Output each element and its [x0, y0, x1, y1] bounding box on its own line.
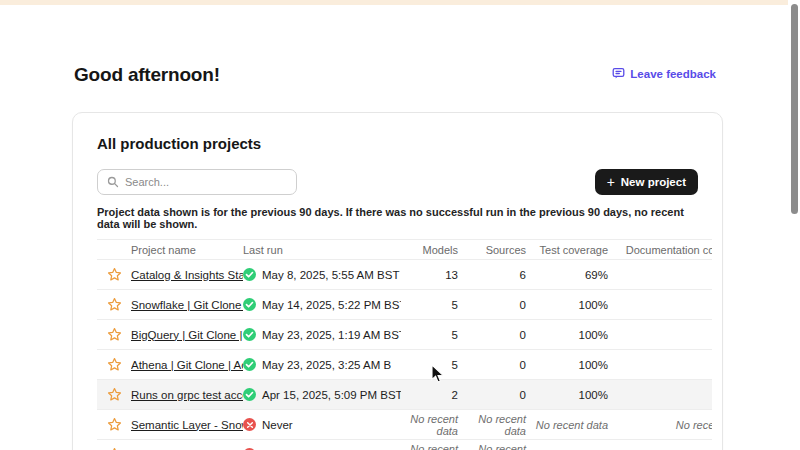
- run-status-icon: [243, 388, 256, 401]
- data-range-notice: Project data shown is for the previous 9…: [97, 206, 698, 230]
- project-name-link[interactable]: Athena | Git Clone | Acces...: [131, 359, 243, 371]
- models-value: 2: [401, 389, 458, 401]
- models-value: 5: [401, 299, 458, 311]
- favorite-star-icon[interactable]: [107, 267, 122, 282]
- column-header-models: Models: [401, 244, 458, 256]
- projects-table: Project name Last run Models Sources Tes…: [97, 239, 712, 450]
- table-row[interactable]: Athena | Git Clone | Acces... May 23, 20…: [97, 350, 712, 380]
- page-title: Good afternoon!: [74, 64, 220, 86]
- table-row[interactable]: Snowflake | Git Clone | Use... May 14, 2…: [97, 290, 712, 320]
- sources-value: No recent data: [458, 413, 526, 437]
- models-value: No recent data: [401, 443, 458, 450]
- project-name-link[interactable]: Semantic Layer - Snowflake: [131, 419, 243, 431]
- sources-value: 6: [458, 269, 526, 281]
- models-value: 5: [401, 359, 458, 371]
- table-header-row: Project name Last run Models Sources Tes…: [97, 239, 712, 260]
- test-coverage-value: 100%: [526, 389, 608, 401]
- sources-value: 0: [458, 389, 526, 401]
- models-value: 13: [401, 269, 458, 281]
- run-status-icon: [243, 268, 256, 281]
- column-header-project-name: Project name: [131, 244, 243, 256]
- leave-feedback-link[interactable]: Leave feedback: [612, 67, 716, 80]
- models-value: 5: [401, 329, 458, 341]
- test-coverage-value: No recent data: [526, 419, 608, 431]
- run-status-icon: [243, 418, 256, 431]
- run-status-icon: [243, 358, 256, 371]
- top-accent-strip: [0, 0, 800, 5]
- table-row[interactable]: Runs on grpc test account Apr 15, 2025, …: [97, 380, 712, 410]
- page-scrollbar[interactable]: [788, 0, 800, 450]
- last-run-value: May 23, 2025, 1:19 AM BST: [262, 329, 401, 341]
- project-name-link[interactable]: BigQuery | Git Clone | User...: [131, 329, 243, 341]
- sources-value: 0: [458, 359, 526, 371]
- table-body: Catalog & Insights Staging... May 8, 202…: [97, 260, 712, 450]
- table-row[interactable]: Catalog & Insights Staging... May 8, 202…: [97, 260, 712, 290]
- favorite-star-icon[interactable]: [107, 327, 122, 342]
- last-run-value: Never: [262, 419, 293, 431]
- panel-controls: + New project: [97, 169, 698, 195]
- column-header-test-coverage: Test coverage: [526, 244, 608, 256]
- last-run-value: May 8, 2025, 5:55 AM BST: [262, 269, 399, 281]
- project-name-link[interactable]: Runs on grpc test account: [131, 389, 243, 401]
- table-row[interactable]: BigQuery | Git Clone | User... May 23, 2…: [97, 320, 712, 350]
- table-row[interactable]: Semantic Layer - Snowflake Never No rece…: [97, 410, 712, 440]
- test-coverage-value: 100%: [526, 359, 608, 371]
- project-name-link[interactable]: Snowflake | Git Clone | Use...: [131, 299, 243, 311]
- column-header-last-run: Last run: [243, 244, 401, 256]
- last-run-value: May 23, 2025, 3:25 AM B: [262, 359, 391, 371]
- new-project-button[interactable]: + New project: [595, 169, 698, 195]
- test-coverage-value: 100%: [526, 299, 608, 311]
- last-run-value: May 14, 2025, 5:22 PM BST: [262, 299, 401, 311]
- search-icon: [107, 176, 119, 188]
- feedback-icon: [612, 67, 625, 80]
- run-status-icon: [243, 298, 256, 311]
- favorite-star-icon[interactable]: [107, 417, 122, 432]
- projects-panel: All production projects + New project Pr…: [72, 112, 723, 450]
- panel-title: All production projects: [97, 135, 698, 152]
- column-header-sources: Sources: [458, 244, 526, 256]
- documentation-coverage-value: No recent data: [608, 419, 712, 431]
- sources-value: 0: [458, 299, 526, 311]
- favorite-star-icon[interactable]: [107, 297, 122, 312]
- search-input[interactable]: [125, 176, 287, 188]
- scrollbar-thumb[interactable]: [791, 4, 798, 214]
- test-coverage-value: 100%: [526, 329, 608, 341]
- run-status-icon: [243, 328, 256, 341]
- favorite-star-icon[interactable]: [107, 357, 122, 372]
- leave-feedback-label: Leave feedback: [630, 68, 716, 80]
- last-run-value: Apr 15, 2025, 5:09 PM BST: [262, 389, 401, 401]
- sources-value: 0: [458, 329, 526, 341]
- project-name-link[interactable]: Catalog & Insights Staging...: [131, 269, 243, 281]
- table-row[interactable]: Snowflake | Git Clone | Key... Never No …: [97, 440, 712, 450]
- sources-value: No recent data: [458, 443, 526, 450]
- column-header-documentation-coverage: Documentation coverage: [608, 244, 712, 256]
- search-input-wrapper[interactable]: [97, 169, 297, 195]
- test-coverage-value: 69%: [526, 269, 608, 281]
- models-value: No recent data: [401, 413, 458, 437]
- favorite-star-icon[interactable]: [107, 387, 122, 402]
- plus-icon: +: [607, 175, 615, 189]
- new-project-label: New project: [621, 176, 686, 188]
